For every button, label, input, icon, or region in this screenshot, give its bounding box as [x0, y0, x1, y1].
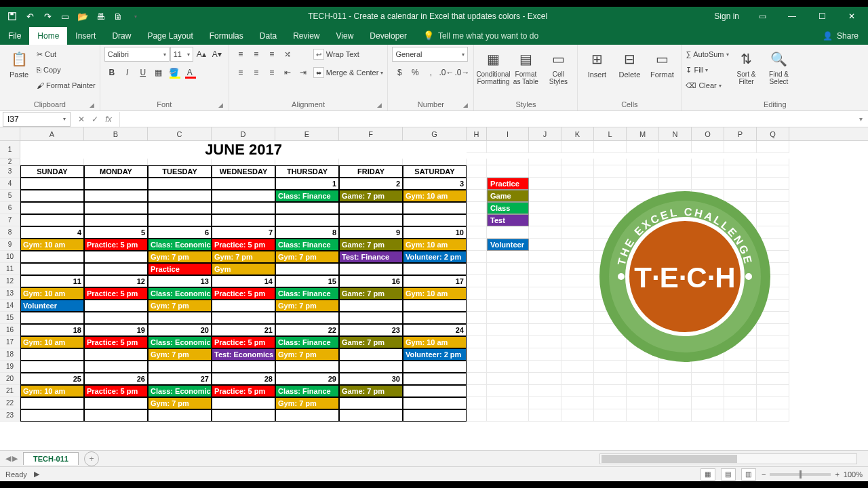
calendar-event[interactable]: Gym: 7 pm: [148, 251, 212, 263]
cell[interactable]: [757, 165, 789, 178]
cell[interactable]: [692, 159, 724, 165]
minimize-icon[interactable]: —: [778, 7, 806, 26]
close-icon[interactable]: ✕: [838, 7, 865, 26]
fill-button[interactable]: ↧Fill▾: [686, 62, 728, 77]
cell[interactable]: [148, 312, 212, 324]
cell[interactable]: [84, 397, 148, 409]
cell[interactable]: [148, 409, 212, 422]
cell[interactable]: [403, 361, 467, 373]
cell[interactable]: [84, 348, 148, 361]
legend-item[interactable]: Practice: [487, 178, 529, 190]
cell[interactable]: [724, 165, 757, 178]
cell[interactable]: [339, 300, 403, 312]
cell[interactable]: [339, 312, 403, 324]
calendar-event[interactable]: Game: 7 pm: [339, 239, 403, 251]
conditional-formatting-button[interactable]: ▦Conditional Formatting: [478, 47, 508, 85]
cell[interactable]: [627, 159, 659, 165]
cell[interactable]: [659, 373, 692, 385]
dialog-launcher-icon[interactable]: ◢: [90, 102, 94, 108]
align-left-icon[interactable]: ≡: [233, 65, 248, 80]
column-header[interactable]: O: [692, 127, 724, 140]
cell[interactable]: [487, 287, 529, 300]
cell[interactable]: [467, 409, 487, 422]
qat-open-icon[interactable]: 📂: [75, 8, 91, 24]
cell[interactable]: [724, 397, 757, 409]
delete-cells-button[interactable]: ⊟Delete: [614, 47, 644, 79]
cell[interactable]: [403, 263, 467, 275]
cell[interactable]: [529, 190, 561, 202]
dialog-launcher-icon[interactable]: ◢: [218, 102, 223, 108]
expand-formula-bar-icon[interactable]: ▾: [853, 115, 868, 123]
cell[interactable]: [467, 178, 487, 190]
comma-format-icon[interactable]: ,: [423, 65, 438, 80]
cell[interactable]: [212, 214, 275, 226]
cell[interactable]: 23: [339, 324, 403, 336]
cell[interactable]: [467, 214, 487, 226]
calendar-event[interactable]: Gym: [212, 263, 275, 275]
cell[interactable]: [20, 361, 84, 373]
cell[interactable]: [339, 409, 403, 422]
cell[interactable]: [529, 348, 561, 361]
cell[interactable]: [561, 287, 594, 300]
cell[interactable]: [487, 409, 529, 422]
accounting-format-icon[interactable]: $: [392, 65, 407, 80]
cell[interactable]: [339, 348, 403, 361]
row-header[interactable]: 23: [0, 409, 20, 422]
cell[interactable]: [561, 226, 594, 239]
cell[interactable]: [467, 239, 487, 251]
align-bottom-icon[interactable]: ≡: [264, 47, 279, 62]
zoom-slider[interactable]: − + 100%: [762, 470, 863, 479]
calendar-event[interactable]: Class: Economics: [148, 385, 212, 397]
cell[interactable]: 22: [275, 324, 339, 336]
calendar-event[interactable]: Gym: 7 pm: [148, 300, 212, 312]
calendar-event[interactable]: Volunteer: [20, 300, 84, 312]
column-header[interactable]: K: [561, 127, 594, 140]
calendar-event[interactable]: Practice: 5 pm: [84, 239, 148, 251]
cell[interactable]: [467, 324, 487, 336]
cell[interactable]: [84, 251, 148, 263]
cell[interactable]: [212, 397, 275, 409]
cell[interactable]: [148, 190, 212, 202]
tab-file[interactable]: File: [0, 27, 29, 45]
calendar-event[interactable]: Class: Finance: [275, 385, 339, 397]
underline-button[interactable]: U: [136, 65, 151, 80]
cell[interactable]: [529, 275, 561, 287]
cell[interactable]: [84, 263, 148, 275]
cell[interactable]: [403, 202, 467, 214]
number-format-select[interactable]: General▾: [392, 47, 468, 62]
calendar-event[interactable]: Gym: 10 am: [20, 239, 84, 251]
cell[interactable]: [403, 312, 467, 324]
row-header[interactable]: 2: [0, 159, 20, 165]
cell[interactable]: [275, 312, 339, 324]
cell[interactable]: [467, 251, 487, 263]
cell[interactable]: [627, 165, 659, 178]
cell[interactable]: [467, 385, 487, 397]
day-header[interactable]: MONDAY: [84, 165, 148, 178]
calendar-event[interactable]: Gym: 10 am: [20, 385, 84, 397]
cell[interactable]: [529, 141, 561, 153]
row-header[interactable]: 20: [0, 373, 20, 385]
cell[interactable]: 27: [148, 373, 212, 385]
row-header[interactable]: 22: [0, 397, 20, 409]
fx-icon[interactable]: fx: [103, 115, 114, 124]
cell[interactable]: [561, 178, 594, 190]
row-header[interactable]: 8: [0, 226, 20, 239]
cell[interactable]: [659, 397, 692, 409]
cell[interactable]: [487, 141, 529, 153]
cell[interactable]: 26: [84, 373, 148, 385]
cell[interactable]: [692, 165, 724, 178]
cell[interactable]: [594, 409, 627, 422]
column-header[interactable]: P: [724, 127, 757, 140]
calendar-title[interactable]: JUNE 2017: [20, 141, 467, 159]
column-header[interactable]: Q: [757, 127, 789, 140]
cell[interactable]: [561, 141, 594, 153]
cell[interactable]: [84, 312, 148, 324]
cell[interactable]: [339, 263, 403, 275]
calendar-event[interactable]: Test: Economics: [212, 348, 275, 361]
cell[interactable]: [659, 165, 692, 178]
cell[interactable]: [724, 385, 757, 397]
cell[interactable]: [467, 336, 487, 348]
cell[interactable]: [487, 275, 529, 287]
qat-more-icon[interactable]: ▾: [127, 8, 144, 24]
cell[interactable]: [561, 348, 594, 361]
